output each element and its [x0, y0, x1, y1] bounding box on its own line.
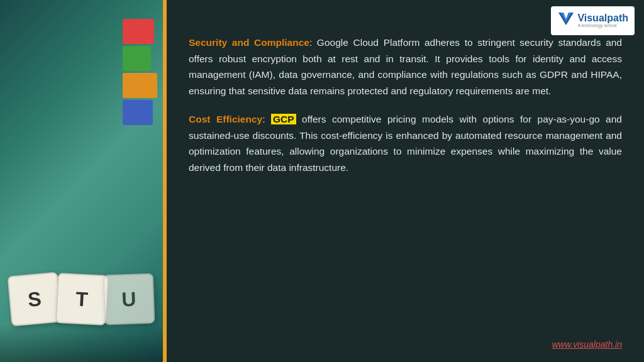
logo-container: Visualpath A technology school — [551, 6, 635, 35]
cost-paragraph: Cost Efficiency: GCP offers competitive … — [189, 111, 622, 175]
section2-separator: : — [262, 114, 271, 124]
cost-title: Cost Efficiency — [189, 114, 262, 124]
dice-t: T — [55, 273, 108, 326]
security-section: Security and Compliance: Google Cloud Pl… — [189, 35, 622, 99]
content-area: Security and Compliance: Google Cloud Pl… — [189, 35, 622, 336]
left-panel: S T U — [0, 0, 167, 362]
books-decoration — [123, 19, 160, 132]
brand-tagline: A technology school — [577, 23, 628, 28]
shadow — [0, 324, 167, 362]
dice-s: S — [8, 272, 62, 327]
dice-u: U — [103, 273, 155, 326]
logo-v-icon — [557, 10, 575, 31]
security-paragraph: Security and Compliance: Google Cloud Pl… — [189, 35, 622, 99]
cost-section: Cost Efficiency: GCP offers competitive … — [189, 111, 622, 175]
background-image: S T U — [0, 0, 167, 362]
brand-name: Visualpath — [577, 13, 628, 23]
gcp-highlight: GCP — [271, 114, 296, 124]
dice-decoration: S T U — [6, 211, 160, 337]
right-panel: Visualpath A technology school Security … — [167, 0, 644, 362]
website-link[interactable]: www.visualpath.in — [189, 339, 622, 349]
security-title: Security and Compliance — [189, 37, 309, 48]
logo-text: Visualpath A technology school — [577, 13, 628, 28]
